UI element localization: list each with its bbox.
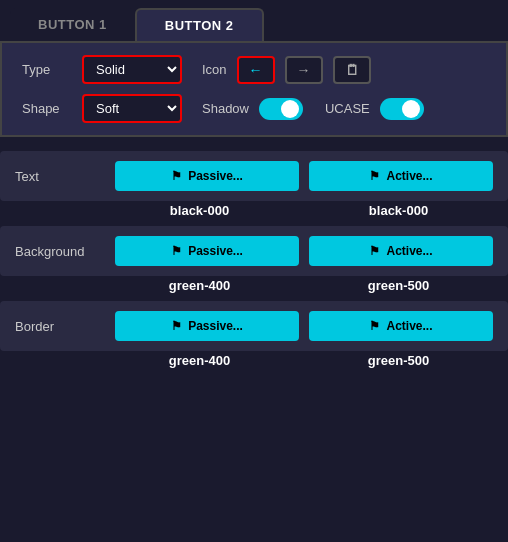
icon-copy-button[interactable]: 🗒 [333,56,371,84]
type-row: Type Solid Icon ← → 🗒 [22,55,486,84]
tabs-bar: BUTTON 1 BUTTON 2 [0,0,508,41]
active-icon: ⚑ [369,319,380,333]
background-value-row: green-400green-500 [0,278,508,301]
border-value-row: green-400green-500 [0,353,508,376]
border-active-button[interactable]: ⚑Active... [309,311,493,341]
passive-icon: ⚑ [171,244,182,258]
passive-icon: ⚑ [171,319,182,333]
type-label: Type [22,62,72,77]
tab-button2[interactable]: BUTTON 2 [135,8,264,41]
text-passive-value: black-000 [105,203,294,218]
icon-left-button[interactable]: ← [237,56,275,84]
ucase-toggle[interactable] [380,98,424,120]
shadow-toggle[interactable] [259,98,303,120]
passive-icon: ⚑ [171,169,182,183]
property-group-background: Background⚑Passive...⚑Active...green-400… [0,226,508,301]
border-passive-label: Passive... [188,319,243,333]
text-passive-button[interactable]: ⚑Passive... [115,161,299,191]
shape-select[interactable]: Soft [82,94,182,123]
tab-button1[interactable]: BUTTON 1 [10,8,135,41]
property-group-text: Text⚑Passive...⚑Active...black-000black-… [0,151,508,226]
property-group-border: Border⚑Passive...⚑Active...green-400gree… [0,301,508,376]
border-passive-value: green-400 [105,353,294,368]
shadow-toggle-track[interactable] [259,98,303,120]
shadow-toggle-thumb [281,100,299,118]
active-icon: ⚑ [369,244,380,258]
background-label: Background [15,244,105,259]
property-row-text: Text⚑Passive...⚑Active... [0,151,508,201]
border-active-label: Active... [386,319,432,333]
icon-right-button[interactable]: → [285,56,323,84]
ucase-label: UCASE [325,101,370,116]
text-active-value: black-000 [304,203,493,218]
background-active-value: green-500 [304,278,493,293]
active-icon: ⚑ [369,169,380,183]
type-select[interactable]: Solid [82,55,182,84]
background-passive-button[interactable]: ⚑Passive... [115,236,299,266]
background-passive-label: Passive... [188,244,243,258]
property-row-background: Background⚑Passive...⚑Active... [0,226,508,276]
property-section: Text⚑Passive...⚑Active...black-000black-… [0,151,508,376]
border-passive-button[interactable]: ⚑Passive... [115,311,299,341]
border-active-value: green-500 [304,353,493,368]
background-active-button[interactable]: ⚑Active... [309,236,493,266]
ucase-toggle-thumb [402,100,420,118]
text-active-label: Active... [386,169,432,183]
text-value-row: black-000black-000 [0,203,508,226]
property-row-border: Border⚑Passive...⚑Active... [0,301,508,351]
ucase-toggle-track[interactable] [380,98,424,120]
text-active-button[interactable]: ⚑Active... [309,161,493,191]
shape-label: Shape [22,101,72,116]
border-label: Border [15,319,105,334]
controls-panel: Type Solid Icon ← → 🗒 Shape Soft Shadow … [0,41,508,137]
background-active-label: Active... [386,244,432,258]
shadow-label: Shadow [202,101,249,116]
text-passive-label: Passive... [188,169,243,183]
shape-row: Shape Soft Shadow UCASE [22,94,486,123]
background-passive-value: green-400 [105,278,294,293]
icon-label: Icon [202,62,227,77]
text-label: Text [15,169,105,184]
